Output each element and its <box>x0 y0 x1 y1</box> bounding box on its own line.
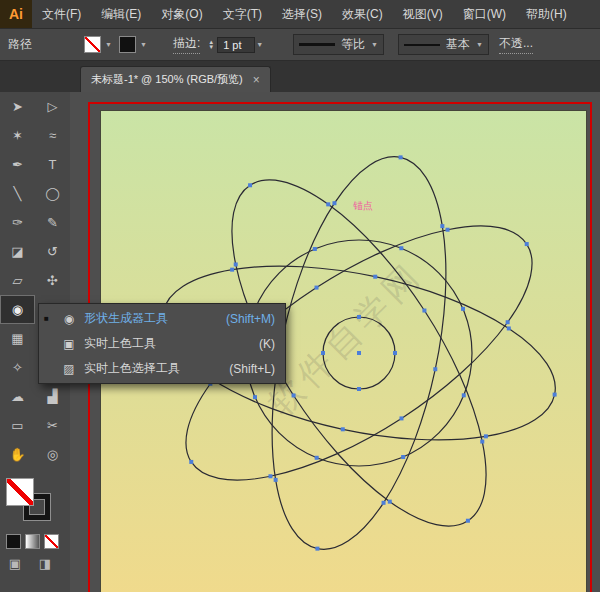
anchor-point <box>525 242 529 246</box>
profile-value: 等比 <box>341 36 365 53</box>
flyout-item-label: 实时上色选择工具 <box>84 360 180 377</box>
direct-selection-tool[interactable]: ▷ <box>35 92 70 121</box>
anchor-point <box>189 460 193 464</box>
live-paint-selection-icon: ▨ <box>60 362 78 376</box>
artboard-tool[interactable]: ▭ <box>0 411 35 440</box>
menu-item[interactable]: 文件(F) <box>32 0 91 28</box>
tool-grid: ➤▷✶≈✒T╲◯✑✎◪↺▱✣◉⊞▦▤✧◑☁▟▭✂✋◎ <box>0 92 70 469</box>
paint-mode-buttons <box>6 534 59 549</box>
profile-line-preview <box>299 43 335 46</box>
anchor-point <box>274 478 278 482</box>
flyout-item-label: 形状生成器工具 <box>84 310 168 327</box>
anchor-point <box>461 307 465 311</box>
anchor-point <box>253 395 257 399</box>
color-button[interactable] <box>6 534 21 549</box>
stroke-weight-stepper[interactable]: ▲▼ <box>208 40 214 50</box>
brush-value: 基本 <box>446 36 470 53</box>
opacity-label[interactable]: 不透... <box>499 35 533 54</box>
stroke-weight-dropdown-icon[interactable]: ▼ <box>256 41 263 48</box>
draw-mode-buttons: ▣ ◨ <box>4 556 56 571</box>
anchor-point <box>357 387 361 391</box>
anchor-point <box>399 246 403 250</box>
anchor-point <box>466 519 470 523</box>
screen-mode-icon[interactable]: ◨ <box>34 556 56 571</box>
anchor-point <box>315 456 319 460</box>
type-tool[interactable]: T <box>35 150 70 179</box>
menu-item[interactable]: 文字(T) <box>213 0 272 28</box>
brush-definition-dropdown[interactable]: 基本 ▼ <box>398 34 489 55</box>
none-button[interactable] <box>44 534 59 549</box>
anchor-point <box>341 427 345 431</box>
stroke-color-swatch[interactable] <box>119 36 136 53</box>
shape-builder-tool[interactable]: ◉ <box>0 295 35 324</box>
menu-item[interactable]: 帮助(H) <box>516 0 577 28</box>
selection-tool[interactable]: ➤ <box>0 92 35 121</box>
profile-dropdown-icon: ▼ <box>371 41 378 48</box>
flyout-item-shape-builder[interactable]: ■◉形状生成器工具(Shift+M) <box>39 306 285 331</box>
lasso-tool[interactable]: ≈ <box>35 121 70 150</box>
slice-tool[interactable]: ✂ <box>35 411 70 440</box>
flyout-item-shortcut: (K) <box>259 337 275 351</box>
anchor-point <box>462 393 466 397</box>
symbol-sprayer-tool[interactable]: ☁ <box>0 382 35 411</box>
scale-tool[interactable]: ▱ <box>0 266 35 295</box>
anchor-point <box>399 416 403 420</box>
illustrator-window: Ai 文件(F)编辑(E)对象(O)文字(T)选择(S)效果(C)视图(V)窗口… <box>0 0 600 592</box>
anchor-point <box>326 202 330 206</box>
document-tab[interactable]: 未标题-1* @ 150% (RGB/预览) × <box>80 66 271 92</box>
menu-item[interactable]: 选择(S) <box>272 0 332 28</box>
fill-swatch[interactable] <box>6 478 34 506</box>
anchor-point <box>373 275 377 279</box>
fill-dropdown-icon[interactable]: ▼ <box>105 41 112 48</box>
pen-tool[interactable]: ✒ <box>0 150 35 179</box>
anchor-point <box>440 224 444 228</box>
menu-item[interactable]: 视图(V) <box>393 0 453 28</box>
anchor-point <box>401 455 405 459</box>
mesh-tool[interactable]: ▦ <box>0 324 35 353</box>
flyout-menu: ■◉形状生成器工具(Shift+M)▣实时上色工具(K)▨实时上色选择工具(Sh… <box>38 303 286 384</box>
context-label: 路径 <box>8 36 32 53</box>
live-paint-bucket-icon: ▣ <box>60 337 78 351</box>
anchor-point <box>321 351 325 355</box>
anchor-point <box>480 440 484 444</box>
flyout-item-shortcut: (Shift+L) <box>229 362 275 376</box>
width-profile-dropdown[interactable]: 等比 ▼ <box>293 34 384 55</box>
anchor-point <box>313 247 317 251</box>
paintbrush-tool[interactable]: ✑ <box>0 208 35 237</box>
eraser-tool[interactable]: ◪ <box>0 237 35 266</box>
anchor-point <box>268 474 272 478</box>
menu-item[interactable]: 编辑(E) <box>91 0 151 28</box>
menu-item[interactable]: 效果(C) <box>332 0 393 28</box>
eyedropper-tool[interactable]: ✧ <box>0 353 35 382</box>
flyout-item-live-paint-selection[interactable]: ▨实时上色选择工具(Shift+L) <box>39 356 285 381</box>
menubar-items: 文件(F)编辑(E)对象(O)文字(T)选择(S)效果(C)视图(V)窗口(W)… <box>32 0 577 28</box>
rotate-tool[interactable]: ↺ <box>35 237 70 266</box>
gradient-button[interactable] <box>25 534 40 549</box>
anchor-point <box>506 320 510 324</box>
current-tool-marker: ■ <box>44 314 54 323</box>
width-tool[interactable]: ✣ <box>35 266 70 295</box>
tab-close-icon[interactable]: × <box>253 73 260 87</box>
pencil-tool[interactable]: ✎ <box>35 208 70 237</box>
magic-wand-tool[interactable]: ✶ <box>0 121 35 150</box>
menu-item[interactable]: 对象(O) <box>151 0 212 28</box>
zoom-tool[interactable]: ◎ <box>35 440 70 469</box>
anchor-point <box>292 393 296 397</box>
anchor-point <box>433 367 437 371</box>
hand-tool[interactable]: ✋ <box>0 440 35 469</box>
stroke-weight-field[interactable]: 1 pt <box>217 37 255 53</box>
anchor-point-label: 锚点 <box>353 199 373 213</box>
stroke-dropdown-icon[interactable]: ▼ <box>140 41 147 48</box>
flyout-item-label: 实时上色工具 <box>84 335 156 352</box>
brush-dropdown-icon: ▼ <box>476 41 483 48</box>
draw-mode-icon[interactable]: ▣ <box>4 556 26 571</box>
stroke-weight-label[interactable]: 描边: <box>173 35 200 54</box>
ellipse-tool[interactable]: ◯ <box>35 179 70 208</box>
line-segment-tool[interactable]: ╲ <box>0 179 35 208</box>
anchor-point <box>553 393 557 397</box>
column-graph-tool[interactable]: ▟ <box>35 382 70 411</box>
anchor-point <box>382 501 386 505</box>
menu-item[interactable]: 窗口(W) <box>453 0 516 28</box>
fill-color-swatch[interactable] <box>84 36 101 53</box>
flyout-item-live-paint-bucket[interactable]: ▣实时上色工具(K) <box>39 331 285 356</box>
